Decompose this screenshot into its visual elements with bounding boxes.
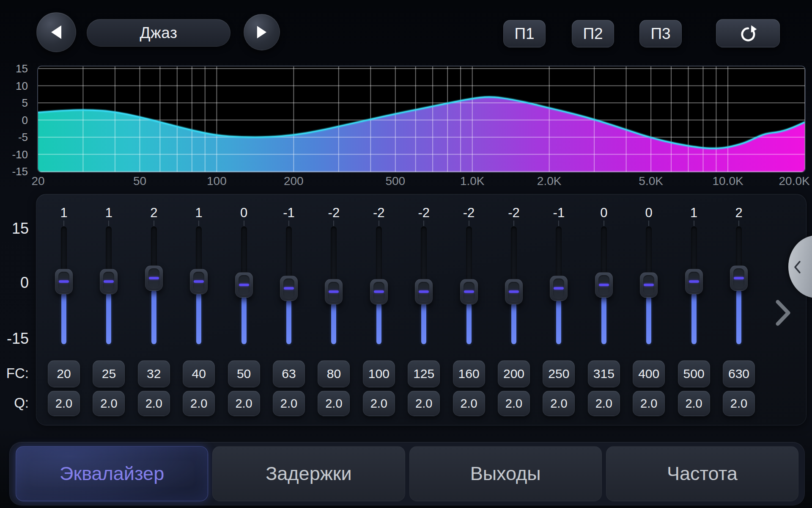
band-fc-button[interactable]: 63 — [273, 360, 305, 387]
tab-частота[interactable]: Частота — [606, 446, 798, 501]
band-slider-thumb[interactable] — [55, 269, 73, 294]
band-track-tick — [513, 221, 514, 226]
eq-band: -2 125 2.0 — [401, 194, 446, 425]
eq-band: -2 200 2.0 — [491, 194, 536, 425]
band-fc-button[interactable]: 200 — [498, 360, 530, 387]
preset-next-button[interactable] — [244, 14, 280, 50]
band-q-button[interactable]: 2.0 — [723, 391, 755, 416]
band-fc-button[interactable]: 500 — [678, 360, 710, 387]
band-slider-thumb[interactable] — [145, 265, 163, 291]
band-gain-value: -2 — [401, 206, 446, 220]
band-q-button[interactable]: 2.0 — [273, 391, 305, 416]
band-slider-thumb[interactable] — [370, 279, 388, 304]
band-slider-thumb[interactable] — [640, 272, 658, 298]
band-track-tick — [108, 221, 109, 226]
band-slider-fill — [106, 293, 111, 344]
band-slider-fill — [331, 303, 336, 344]
chart-x-tick-label: 2.0K — [537, 174, 562, 188]
band-fc-button[interactable]: 250 — [543, 360, 575, 387]
band-q-button[interactable]: 2.0 — [183, 391, 215, 416]
band-gain-value: -2 — [491, 206, 536, 220]
band-slider-thumb[interactable] — [460, 279, 478, 304]
right-triangle-icon — [256, 25, 267, 39]
band-gain-value: 1 — [176, 206, 221, 220]
band-thumb-dash-icon — [599, 284, 609, 286]
band-slider-thumb[interactable] — [190, 269, 208, 294]
chart-x-tick-label: 200 — [284, 174, 304, 188]
band-slider-thumb[interactable] — [730, 265, 748, 291]
band-q-button[interactable]: 2.0 — [48, 391, 80, 416]
band-fc-button[interactable]: 160 — [453, 360, 485, 387]
chart-y-tick-label: 5 — [0, 97, 28, 109]
band-gain-value: 1 — [86, 206, 131, 220]
band-slider-thumb[interactable] — [325, 279, 343, 304]
left-triangle-icon — [50, 25, 62, 39]
band-slider-fill — [646, 296, 651, 344]
tab-задержки[interactable]: Задержки — [212, 446, 405, 501]
band-fc-button[interactable]: 25 — [93, 360, 125, 387]
band-gain-value: 0 — [626, 206, 671, 220]
preset-memory-button-1[interactable]: П1 — [503, 20, 546, 47]
chart-y-tick-label: 10 — [0, 80, 28, 92]
band-q-button[interactable]: 2.0 — [588, 391, 620, 416]
band-fc-button[interactable]: 630 — [723, 360, 755, 387]
band-slider-thumb[interactable] — [550, 276, 568, 301]
band-q-button[interactable]: 2.0 — [138, 391, 170, 416]
band-track-tick — [648, 221, 649, 226]
band-q-button[interactable]: 2.0 — [678, 391, 710, 416]
band-slider-thumb[interactable] — [100, 269, 118, 294]
band-q-button[interactable]: 2.0 — [498, 391, 530, 416]
band-fc-button[interactable]: 400 — [633, 360, 665, 387]
band-q-button[interactable]: 2.0 — [93, 391, 125, 416]
band-gain-value: -2 — [311, 206, 356, 220]
band-fc-button[interactable]: 32 — [138, 360, 170, 387]
preset-memory-button-3[interactable]: П3 — [639, 20, 682, 47]
band-q-button[interactable]: 2.0 — [228, 391, 260, 416]
band-fc-button[interactable]: 315 — [588, 360, 620, 387]
band-fc-button[interactable]: 20 — [48, 360, 80, 387]
gain-scale-max: 15 — [0, 221, 29, 237]
reset-button[interactable] — [716, 19, 780, 47]
preset-memory-button-2[interactable]: П2 — [572, 20, 614, 47]
band-q-button[interactable]: 2.0 — [633, 391, 665, 416]
band-gain-value: -1 — [536, 206, 581, 220]
band-slider-thumb[interactable] — [595, 272, 613, 298]
chart-y-tick-label: -10 — [0, 148, 28, 161]
band-thumb-dash-icon — [59, 280, 69, 283]
preset-prev-button[interactable] — [36, 12, 76, 52]
chevron-right-icon — [775, 299, 792, 327]
band-q-button[interactable]: 2.0 — [408, 391, 440, 416]
band-slider-thumb[interactable] — [505, 279, 523, 304]
chart-x-tick-label: 20 — [31, 174, 44, 188]
band-slider-fill — [151, 290, 156, 344]
band-q-button[interactable]: 2.0 — [318, 391, 350, 416]
band-slider-fill — [466, 303, 472, 344]
frequency-response-chart — [37, 66, 806, 173]
band-slider-fill — [511, 303, 516, 344]
tab-выходы[interactable]: Выходы — [409, 446, 602, 501]
band-fc-button[interactable]: 40 — [183, 360, 215, 387]
expand-bands-button[interactable] — [775, 299, 792, 329]
band-q-button[interactable]: 2.0 — [543, 391, 575, 416]
band-slider-thumb[interactable] — [235, 272, 253, 298]
band-q-button[interactable]: 2.0 — [363, 391, 395, 416]
band-slider-thumb[interactable] — [280, 276, 298, 301]
preset-selector[interactable]: Джаз — [87, 19, 230, 47]
tab-эквалайзер[interactable]: Эквалайзер — [16, 446, 208, 501]
band-gain-value: -1 — [266, 206, 311, 220]
chart-x-tick-label: 20.0K — [779, 174, 810, 188]
equalizer-bands-panel: 1 20 2.0 1 25 2.0 2 32 2.0 1 — [36, 194, 807, 425]
eq-band: 1 40 2.0 — [176, 194, 221, 425]
band-slider-thumb[interactable] — [415, 279, 433, 304]
chart-y-tick-label: -5 — [0, 131, 28, 144]
band-fc-button[interactable]: 80 — [318, 360, 350, 387]
band-gain-value: 1 — [41, 206, 86, 220]
eq-band: -1 250 2.0 — [536, 194, 581, 425]
band-fc-button[interactable]: 125 — [408, 360, 440, 387]
refresh-icon — [738, 24, 758, 43]
eq-band: 1 500 2.0 — [672, 194, 716, 425]
band-q-button[interactable]: 2.0 — [453, 391, 485, 416]
band-fc-button[interactable]: 100 — [363, 360, 395, 387]
band-fc-button[interactable]: 50 — [228, 360, 260, 387]
band-slider-thumb[interactable] — [685, 269, 703, 294]
